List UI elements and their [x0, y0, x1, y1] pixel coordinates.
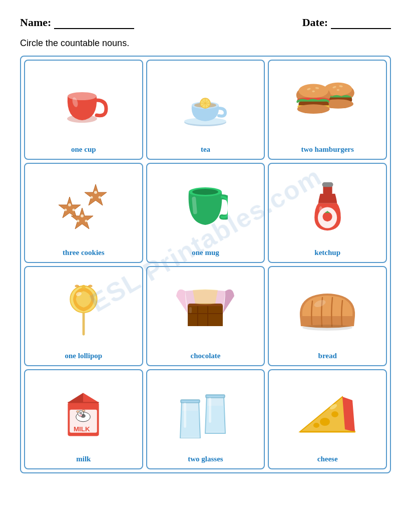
card-three-cookies: three cookies — [24, 163, 143, 263]
svg-point-26 — [297, 104, 330, 114]
svg-point-70 — [82, 409, 85, 411]
svg-point-71 — [80, 414, 83, 416]
card-ketchup: ketchup — [268, 163, 387, 263]
card-cheese: cheese — [268, 369, 387, 469]
card-label-one-mug: one mug — [192, 248, 219, 257]
worksheet-header: Name: Date: — [20, 15, 391, 29]
card-label-one-lollipop: one lollipop — [65, 352, 103, 360]
card-label-two-hamburgers: two hamburgers — [301, 145, 353, 154]
svg-point-16 — [337, 89, 340, 91]
svg-marker-60 — [68, 393, 84, 402]
svg-rect-43 — [322, 182, 333, 187]
card-label-two-glasses: two glasses — [188, 455, 223, 463]
card-icon-two-hamburgers — [273, 66, 382, 141]
name-label: Name: — [20, 16, 51, 29]
card-icon-cheese — [273, 375, 382, 451]
instruction-text: Circle the countable nouns. — [20, 38, 391, 49]
svg-point-32 — [94, 191, 97, 194]
svg-point-30 — [72, 208, 75, 211]
svg-point-33 — [90, 196, 93, 198]
card-label-milk: milk — [76, 455, 91, 463]
card-two-glasses: two glasses — [146, 369, 265, 469]
name-field: Name: — [20, 15, 134, 29]
card-two-hamburgers: two hamburgers — [268, 60, 387, 160]
card-icon-ketchup — [273, 169, 382, 244]
card-one-cup: one cup — [24, 60, 143, 160]
card-milk: MILK milk — [24, 369, 143, 469]
card-label-bread: bread — [318, 352, 337, 360]
svg-point-82 — [331, 411, 338, 417]
svg-marker-27 — [59, 197, 81, 218]
card-label-ketchup: ketchup — [314, 248, 340, 257]
svg-point-36 — [81, 214, 84, 217]
card-label-chocolate: chocolate — [191, 352, 221, 360]
svg-point-83 — [313, 423, 319, 428]
svg-point-1 — [68, 92, 97, 100]
date-field: Date: — [302, 15, 391, 29]
svg-point-40 — [192, 189, 218, 195]
card-icon-two-glasses — [151, 375, 260, 451]
svg-point-81 — [320, 418, 330, 426]
svg-point-28 — [68, 203, 71, 206]
svg-point-69 — [77, 410, 80, 412]
food-grid: one cup tea — [20, 56, 391, 473]
card-icon-milk: MILK — [29, 375, 138, 451]
svg-point-58 — [302, 325, 352, 331]
card-bread: bread — [268, 266, 387, 366]
svg-point-45 — [322, 212, 332, 221]
card-icon-chocolate — [151, 272, 260, 348]
card-one-mug: one mug — [146, 163, 265, 263]
svg-point-34 — [98, 196, 101, 198]
svg-point-68 — [80, 412, 83, 414]
svg-rect-75 — [181, 400, 200, 403]
card-chocolate: chocolate — [146, 266, 265, 366]
name-underline — [54, 15, 134, 29]
card-icon-one-mug — [151, 169, 260, 244]
card-tea: tea — [146, 60, 265, 160]
date-underline — [331, 15, 391, 29]
svg-point-52 — [82, 285, 86, 289]
card-label-three-cookies: three cookies — [63, 248, 104, 257]
card-icon-three-cookies — [29, 169, 138, 244]
svg-marker-61 — [83, 393, 99, 402]
svg-rect-74 — [209, 398, 211, 423]
svg-rect-72 — [206, 395, 225, 398]
date-label: Date: — [302, 16, 328, 29]
svg-text:MILK: MILK — [74, 425, 90, 432]
card-icon-tea — [151, 66, 260, 141]
card-icon-one-lollipop — [29, 272, 138, 348]
svg-point-29 — [64, 208, 67, 211]
svg-rect-77 — [184, 403, 186, 428]
card-label-tea: tea — [201, 145, 210, 154]
svg-point-37 — [77, 219, 79, 222]
svg-rect-56 — [189, 307, 192, 313]
svg-marker-31 — [85, 184, 107, 205]
card-one-lollipop: one lollipop — [24, 266, 143, 366]
svg-point-23 — [312, 91, 315, 93]
card-label-cheese: cheese — [317, 455, 338, 463]
card-label-one-cup: one cup — [71, 145, 96, 154]
card-icon-bread — [273, 272, 382, 348]
svg-point-38 — [85, 219, 87, 222]
card-icon-one-cup — [29, 66, 138, 141]
